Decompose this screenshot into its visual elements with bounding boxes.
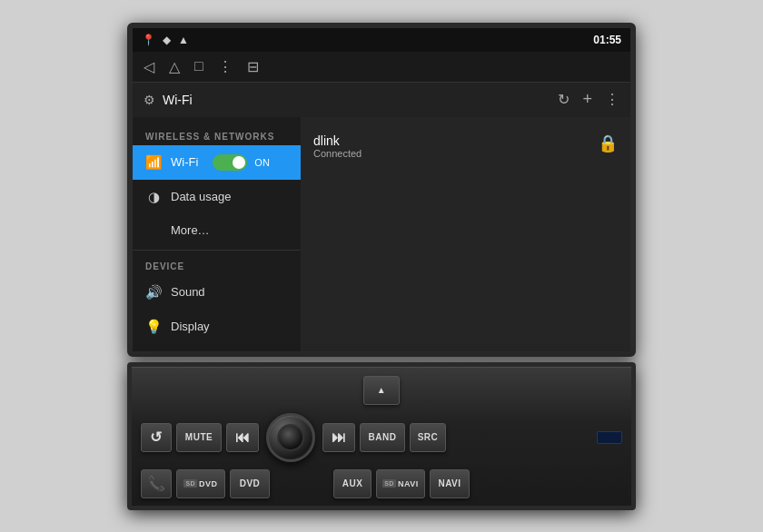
sidebar-item-data-usage[interactable]: ◑ Data usage bbox=[133, 180, 301, 214]
toggle-on-label: ON bbox=[254, 157, 270, 168]
aux-button[interactable]: AUX bbox=[333, 469, 372, 498]
android-screen: 📍 ◆ ▲ 01:55 ◁ △ □ ⋮ ⊟ ⚙ Wi-Fi bbox=[133, 28, 630, 351]
network-status: Connected bbox=[313, 148, 362, 159]
recents-nav-icon[interactable]: □ bbox=[194, 58, 203, 74]
overflow-nav-icon[interactable]: ⋮ bbox=[218, 58, 233, 75]
overflow-title-icon[interactable]: ⋮ bbox=[605, 91, 619, 108]
sd-gps-button[interactable]: SD NAVI bbox=[376, 469, 425, 498]
band-button[interactable]: BAND bbox=[360, 423, 405, 452]
location-icon: 📍 bbox=[142, 34, 155, 46]
display-panel bbox=[597, 431, 622, 444]
wifi-lock-icon: 🔒 bbox=[598, 133, 618, 153]
src-button[interactable]: SRC bbox=[410, 423, 446, 452]
radio-bottom-row: 📞 SD DVD DVD AUX SD NAVI NAVI bbox=[141, 469, 622, 498]
mute-button[interactable]: MUTE bbox=[176, 423, 222, 452]
sd-badge-gps: SD bbox=[382, 479, 396, 488]
knob-container bbox=[263, 410, 318, 465]
volume-knob[interactable] bbox=[266, 413, 315, 462]
back-button[interactable]: ↺ bbox=[141, 423, 172, 452]
device-section-header: DEVICE bbox=[133, 254, 301, 275]
settings-detail: dlink Connected 🔒 bbox=[301, 117, 630, 351]
bluetooth-icon: ◆ bbox=[163, 34, 171, 46]
wifi-item-icon: 📶 bbox=[145, 154, 162, 171]
navi-button[interactable]: NAVI bbox=[430, 469, 470, 498]
section-divider bbox=[133, 250, 301, 251]
wireless-section-header: WIRELESS & NETWORKS bbox=[133, 124, 301, 145]
sound-icon: 🔊 bbox=[145, 284, 162, 300]
dvd-button[interactable]: DVD bbox=[230, 469, 270, 498]
sync-icon[interactable]: ↻ bbox=[558, 91, 570, 108]
home-nav-icon[interactable]: △ bbox=[169, 58, 180, 75]
next-button[interactable]: ⏭ bbox=[322, 423, 355, 452]
wifi-toggle[interactable]: ON bbox=[213, 154, 270, 171]
sd-badge-dvd: SD bbox=[183, 479, 197, 488]
status-bar: 📍 ◆ ▲ 01:55 bbox=[133, 28, 630, 52]
radio-main-row: ↺ MUTE ⏮ ⏭ BAND SRC bbox=[141, 410, 622, 465]
radio-unit: ▲ ↺ MUTE ⏮ ⏭ BAND SRC 📞 SD DV bbox=[127, 362, 636, 510]
title-bar-actions: ↻ + ⋮ bbox=[558, 90, 619, 109]
wifi-network-info: dlink Connected bbox=[313, 133, 362, 159]
wifi-network-item[interactable]: dlink Connected 🔒 bbox=[313, 126, 618, 166]
network-name: dlink bbox=[313, 133, 362, 148]
toggle-knob bbox=[233, 156, 245, 169]
display-icon: 💡 bbox=[145, 319, 162, 335]
page-title: Wi-Fi bbox=[163, 93, 550, 107]
screen-unit: 📍 ◆ ▲ 01:55 ◁ △ □ ⋮ ⊟ ⚙ Wi-Fi bbox=[127, 23, 636, 357]
status-time: 01:55 bbox=[593, 34, 621, 46]
sidebar-item-more[interactable]: More… bbox=[133, 214, 301, 246]
nav-bar: ◁ △ □ ⋮ ⊟ bbox=[133, 52, 630, 83]
prev-button[interactable]: ⏮ bbox=[226, 423, 259, 452]
sd-dvd-button[interactable]: SD DVD bbox=[176, 469, 225, 498]
sidebar-item-wifi[interactable]: 📶 Wi-Fi ON bbox=[133, 145, 301, 180]
radio-top-row: ▲ bbox=[141, 372, 622, 410]
sd-dvd-label: SD DVD bbox=[183, 479, 217, 488]
back-nav-icon[interactable]: ◁ bbox=[144, 58, 154, 75]
settings-icon: ⚙ bbox=[144, 93, 155, 107]
data-usage-icon: ◑ bbox=[145, 189, 162, 205]
bookmark-nav-icon[interactable]: ⊟ bbox=[247, 58, 259, 75]
settings-content: WIRELESS & NETWORKS 📶 Wi-Fi ON bbox=[133, 117, 630, 351]
knob-inner bbox=[277, 424, 304, 451]
wifi-status-icon: ▲ bbox=[178, 34, 189, 46]
status-bar-right: 01:55 bbox=[593, 34, 621, 46]
phone-button[interactable]: 📞 bbox=[141, 469, 172, 498]
eject-button[interactable]: ▲ bbox=[363, 376, 400, 405]
sd-gps-label: SD NAVI bbox=[382, 479, 419, 488]
sidebar-item-sound[interactable]: 🔊 Sound bbox=[133, 275, 301, 310]
title-bar: ⚙ Wi-Fi ↻ + ⋮ bbox=[133, 83, 630, 117]
device-container: 📍 ◆ ▲ 01:55 ◁ △ □ ⋮ ⊟ ⚙ Wi-Fi bbox=[127, 23, 636, 510]
sidebar-item-display[interactable]: 💡 Display bbox=[133, 310, 301, 344]
settings-sidebar: WIRELESS & NETWORKS 📶 Wi-Fi ON bbox=[133, 117, 301, 351]
add-icon[interactable]: + bbox=[582, 90, 592, 109]
toggle-pill[interactable] bbox=[213, 154, 247, 171]
status-bar-left: 📍 ◆ ▲ bbox=[142, 34, 189, 46]
